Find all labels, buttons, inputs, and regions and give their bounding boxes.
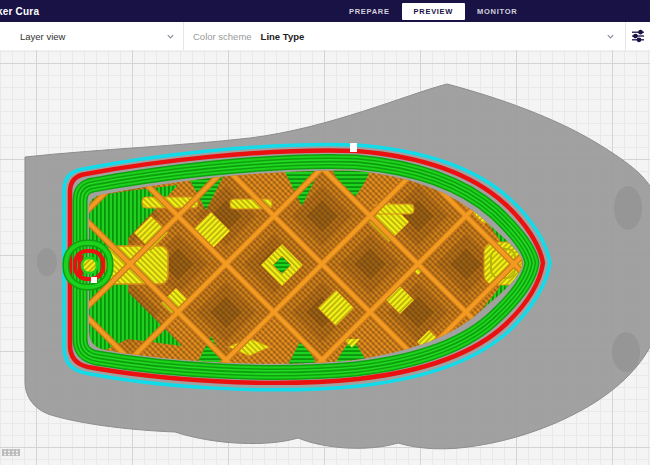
view-mode-select[interactable]: Layer view: [0, 22, 183, 50]
skirt-brim-outline: [64, 145, 550, 390]
tab-prepare[interactable]: PREPARE: [337, 3, 402, 20]
chevron-down-icon[interactable]: [606, 32, 615, 41]
chevron-down-icon: [166, 32, 175, 41]
bow-walls: [450, 174, 523, 350]
infill-region: [0, 50, 650, 465]
stage-tabs: PREPARE PREVIEW MONITOR: [337, 0, 529, 22]
toolbar-divider: [183, 22, 184, 50]
sliders-icon: [631, 29, 645, 43]
app-header: ker Cura PREPARE PREVIEW MONITOR: [0, 0, 650, 22]
cura-window: ker Cura PREPARE PREVIEW MONITOR Layer v…: [0, 0, 650, 465]
app-title: ker Cura: [0, 6, 39, 17]
toolbar-right: [606, 22, 650, 50]
towing-eye: [66, 243, 110, 287]
outer-wall-outline: [70, 151, 543, 383]
seam-marker: [350, 143, 357, 152]
viewport-text-artifact: [2, 449, 20, 456]
inner-walls-band: [80, 162, 532, 373]
view-mode-value: Layer view: [20, 31, 65, 42]
layer-view-viewport[interactable]: [0, 50, 650, 465]
tab-monitor[interactable]: MONITOR: [465, 3, 529, 20]
skin-patches: [106, 197, 522, 356]
preview-toolbar: Layer view Color scheme Line Type: [0, 22, 650, 51]
color-scheme-label: Color scheme: [193, 31, 252, 42]
sliced-model-scene: [0, 50, 650, 465]
print-settings-button[interactable]: [626, 22, 650, 50]
tab-preview[interactable]: PREVIEW: [402, 3, 466, 20]
model-shadow: [25, 84, 650, 449]
color-scheme-value[interactable]: Line Type: [261, 31, 305, 42]
